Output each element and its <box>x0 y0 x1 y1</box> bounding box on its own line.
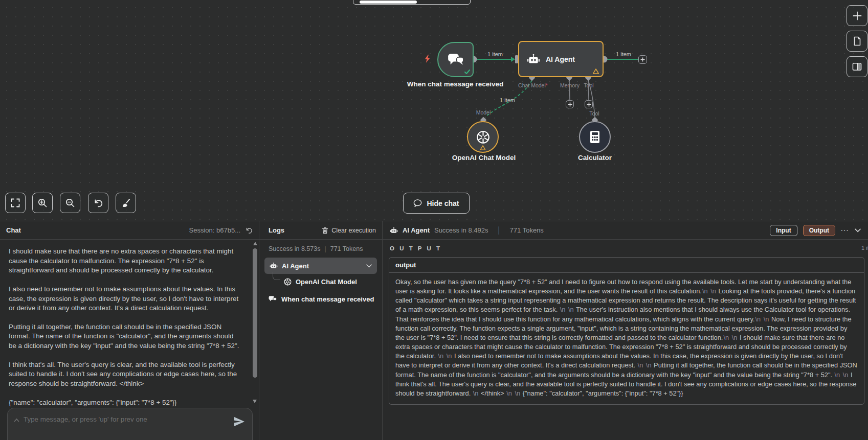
chat-message: I also need to remember not to make assu… <box>9 285 241 313</box>
node-when-chat-message-received[interactable] <box>437 42 474 77</box>
robot-icon <box>527 53 540 66</box>
log-row-label: OpenAI Chat Model <box>296 278 357 286</box>
split-panel-icon <box>852 62 862 71</box>
warning-triangle-icon <box>593 68 599 74</box>
chat-bubbles-icon <box>448 53 464 67</box>
log-row-ai-agent[interactable]: AI Agent <box>264 258 377 274</box>
add-sticky-note-button[interactable] <box>847 31 867 52</box>
note-icon <box>853 36 862 46</box>
output-tab-button[interactable]: Output <box>803 225 835 236</box>
zoom-out-icon <box>65 198 75 207</box>
node-calculator[interactable] <box>579 121 611 153</box>
logs-panel: Logs Clear execution Success in 8.573s | <box>259 221 383 440</box>
execution-tokens: 771 Tokens <box>330 245 363 252</box>
plus-icon <box>853 11 862 20</box>
logs-panel-title: Logs <box>269 226 284 234</box>
add-node-button[interactable] <box>847 5 867 26</box>
chat-message-input[interactable] <box>24 415 230 423</box>
workflow-canvas[interactable]: When chat message received AI Agent 1 it… <box>0 0 868 221</box>
output-section-label: O U T P U T <box>390 245 442 251</box>
plus-icon <box>640 57 645 62</box>
chat-bubble-icon <box>413 199 422 207</box>
chat-message: I should make sure that there are no ext… <box>9 247 241 275</box>
bottom-panels: Chat Session: b67b5... I should make sur… <box>0 221 868 440</box>
plus-icon <box>568 102 572 107</box>
port-label-model: Model <box>453 109 514 115</box>
chat-bubbles-icon <box>269 295 277 303</box>
zoom-to-fit-button[interactable] <box>5 193 26 213</box>
logs-body: Success in 8.573s | 771 Tokens AI Agent <box>259 240 382 307</box>
openai-logo-icon <box>284 278 292 286</box>
reset-session-icon[interactable] <box>246 227 253 234</box>
n8n-app: When chat message received AI Agent 1 it… <box>0 0 868 440</box>
broom-icon <box>121 198 131 208</box>
add-memory-button[interactable] <box>566 100 574 108</box>
chat-panel: Chat Session: b67b5... I should make sur… <box>0 221 259 440</box>
plus-icon <box>587 102 591 107</box>
logs-panel-header: Logs Clear execution <box>259 221 382 240</box>
execution-summary: Success in 8.573s | 771 Tokens <box>264 244 377 258</box>
output-status: Success in 8.492s <box>434 226 488 234</box>
input-tab-button[interactable]: Input <box>770 225 797 236</box>
chat-scrollbar[interactable] <box>252 241 258 404</box>
node-openai-chat-model[interactable] <box>467 121 499 153</box>
header-divider: │ <box>493 226 505 234</box>
agent-node-label: AI Agent <box>546 55 575 63</box>
log-tree: OpenAI Chat Model <box>264 274 377 289</box>
canvas-zoom-popup-partial[interactable] <box>353 0 471 5</box>
send-message-icon[interactable] <box>234 416 245 427</box>
robot-icon <box>390 226 398 235</box>
edge-label-1item: 1 item <box>464 51 526 57</box>
add-tool-button[interactable] <box>585 100 593 108</box>
output-panel: AI Agent Success in 8.492s │ 771 Tokens … <box>383 221 868 440</box>
chat-message: I think that's all. The user's query is … <box>9 360 241 389</box>
trash-icon <box>322 227 328 234</box>
success-check-icon <box>464 70 470 75</box>
output-tokens: 771 Tokens <box>510 226 544 234</box>
session-id-label: Session: b67b5... <box>189 226 240 234</box>
chat-message: {"name": "calculator", "arguments": {"in… <box>9 398 241 408</box>
prev-message-chevron-icon <box>14 418 19 422</box>
chevron-down-icon[interactable] <box>366 264 372 268</box>
zoom-out-button[interactable] <box>60 193 80 213</box>
undo-icon <box>94 198 103 208</box>
edge-label-1item: 1 item <box>477 97 538 103</box>
summary-divider: | <box>320 245 330 252</box>
chevron-down-icon[interactable] <box>855 228 861 233</box>
add-node-after-agent-button[interactable] <box>638 55 647 64</box>
output-data-box: output Okay, so the user has given me th… <box>389 257 864 405</box>
log-row-label: When chat message received <box>281 295 374 303</box>
scroll-up-arrow[interactable] <box>253 242 257 245</box>
trigger-lightning-icon <box>425 55 430 63</box>
log-row-openai-chat-model[interactable]: OpenAI Chat Model <box>264 274 377 289</box>
calculator-node-label: Calculator <box>544 154 646 163</box>
log-row-label: AI Agent <box>282 262 362 270</box>
output-items-count: 1 item <box>861 245 868 251</box>
tidy-up-button[interactable] <box>116 193 136 213</box>
tree-connector <box>273 272 280 280</box>
zoom-in-icon <box>38 198 47 207</box>
zoom-in-button[interactable] <box>32 193 53 213</box>
port-label-tool2: Tool <box>564 110 625 117</box>
hide-chat-label: Hide chat <box>427 199 459 207</box>
more-options-button[interactable]: ··· <box>841 226 849 234</box>
log-row-when-chat-message-received[interactable]: When chat message received <box>264 291 377 307</box>
fit-view-icon <box>11 198 20 207</box>
output-field-value: Okay, so the user has given me the query… <box>389 273 864 404</box>
clear-execution-button[interactable]: Clear execution <box>322 227 376 234</box>
hide-chat-button[interactable]: Hide chat <box>403 193 470 214</box>
node-ai-agent[interactable]: AI Agent <box>518 41 604 77</box>
clear-execution-label: Clear execution <box>331 227 376 234</box>
scrollbar-thumb[interactable] <box>253 248 257 378</box>
output-panel-header: AI Agent Success in 8.492s │ 771 Tokens … <box>383 221 868 240</box>
openai-node-label: OpenAI Chat Model <box>433 154 535 163</box>
calculator-icon <box>589 130 601 144</box>
execution-status: Success in 8.573s <box>269 245 320 252</box>
toggle-panel-button[interactable] <box>847 56 867 77</box>
connections-layer <box>0 0 868 221</box>
output-field-name: output <box>389 258 864 273</box>
undo-button[interactable] <box>88 193 108 213</box>
scroll-down-arrow[interactable] <box>253 400 257 403</box>
popup-slider-bar[interactable] <box>360 1 417 4</box>
chat-panel-title: Chat <box>6 226 21 234</box>
